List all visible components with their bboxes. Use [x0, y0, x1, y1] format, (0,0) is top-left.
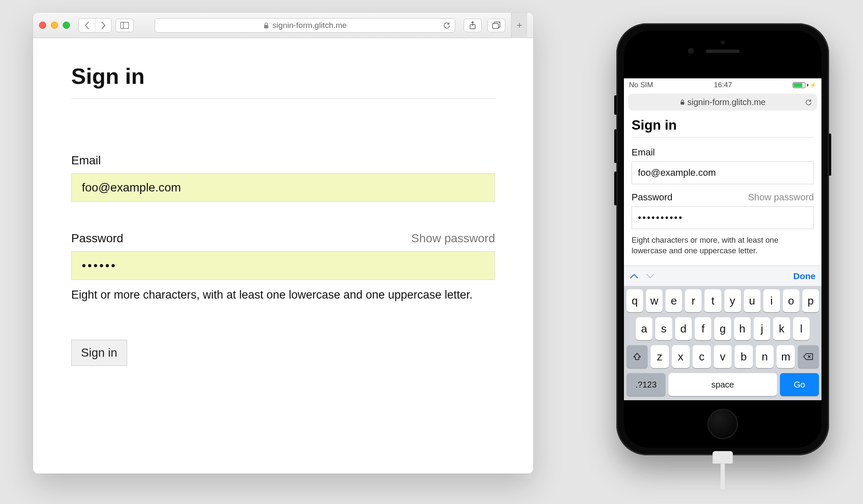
password-input[interactable]	[632, 206, 814, 229]
key-e[interactable]: e	[665, 289, 682, 312]
key-b[interactable]: b	[735, 345, 753, 368]
keyboard-row-3: zxcvbnm	[626, 345, 819, 368]
reload-icon[interactable]	[805, 99, 812, 106]
new-tab-button[interactable]: +	[511, 13, 527, 38]
sidebar-button[interactable]	[116, 19, 134, 32]
window-controls	[39, 22, 70, 29]
mobile-page-body: Sign in Email Password Show password Eig…	[624, 115, 821, 260]
key-w[interactable]: w	[646, 289, 663, 312]
proximity-sensor	[721, 40, 725, 44]
key-v[interactable]: v	[714, 345, 732, 368]
earpiece-speaker	[706, 50, 740, 53]
lock-icon	[263, 22, 269, 29]
key-i[interactable]: i	[763, 289, 780, 312]
zoom-window-button[interactable]	[63, 22, 70, 29]
iphone-body: No SIM 16:47 ⚡ signin-form.glitch.me S	[624, 31, 821, 448]
go-key[interactable]: Go	[780, 373, 819, 396]
password-label: Password	[71, 232, 123, 245]
email-label: Email	[632, 147, 655, 158]
iphone-screen: No SIM 16:47 ⚡ signin-form.glitch.me S	[624, 78, 821, 400]
key-u[interactable]: u	[744, 289, 760, 312]
key-c[interactable]: c	[693, 345, 711, 368]
svg-rect-0	[121, 22, 129, 28]
mute-switch	[614, 95, 617, 115]
forward-button[interactable]	[95, 19, 111, 32]
charging-icon: ⚡	[810, 82, 816, 88]
minimize-window-button[interactable]	[51, 22, 58, 29]
volume-down-button	[614, 172, 617, 205]
front-camera	[688, 48, 694, 54]
key-s[interactable]: s	[655, 317, 672, 340]
key-t[interactable]: t	[704, 289, 721, 312]
lock-icon	[680, 99, 685, 105]
keyboard-done-button[interactable]: Done	[793, 271, 816, 281]
key-j[interactable]: j	[754, 317, 770, 340]
toolbar-right	[464, 19, 505, 32]
key-m[interactable]: m	[777, 345, 795, 368]
mobile-address-bar[interactable]: signin-form.glitch.me	[628, 94, 817, 111]
svg-rect-6	[493, 23, 498, 28]
key-a[interactable]: a	[636, 317, 652, 340]
safari-window: signin-form.glitch.me + Sign in Email Pa	[33, 13, 533, 474]
url-text: signin-form.glitch.me	[273, 21, 347, 30]
key-r[interactable]: r	[685, 289, 702, 312]
keyboard-accessory-bar: Done	[624, 266, 821, 286]
ios-keyboard: qwertyuiop asdfghjkl zxcvbnm .?123 space…	[624, 286, 821, 400]
bottom-bezel	[624, 400, 821, 448]
key-n[interactable]: n	[756, 345, 774, 368]
key-y[interactable]: y	[724, 289, 741, 312]
reload-icon[interactable]	[443, 22, 451, 29]
show-password-toggle[interactable]: Show password	[411, 232, 495, 245]
page-body: Sign in Email Password Show password Eig…	[33, 38, 533, 474]
shift-key[interactable]	[626, 345, 648, 368]
key-h[interactable]: h	[734, 317, 751, 340]
page-title: Sign in	[71, 64, 495, 99]
address-bar[interactable]: signin-form.glitch.me	[155, 18, 455, 33]
svg-rect-7	[680, 102, 684, 105]
password-input[interactable]	[71, 251, 495, 280]
sign-in-button[interactable]: Sign in	[71, 340, 127, 366]
password-hint: Eight characters or more, with at least …	[632, 235, 814, 256]
email-label: Email	[71, 154, 101, 167]
page-title: Sign in	[632, 117, 814, 138]
key-f[interactable]: f	[695, 317, 711, 340]
close-window-button[interactable]	[39, 22, 46, 29]
email-input[interactable]	[71, 173, 495, 202]
carrier-text: No SIM	[629, 81, 653, 89]
show-password-toggle[interactable]: Show password	[748, 192, 814, 203]
numbers-key[interactable]: .?123	[626, 373, 665, 396]
mobile-url-text: signin-form.glitch.me	[688, 97, 766, 107]
battery-icon	[793, 82, 805, 88]
key-g[interactable]: g	[714, 317, 731, 340]
backspace-key[interactable]	[798, 345, 819, 368]
next-field-button[interactable]	[646, 273, 654, 279]
key-q[interactable]: q	[626, 289, 643, 312]
key-p[interactable]: p	[802, 289, 819, 312]
battery-indicator: ⚡	[793, 82, 816, 88]
key-k[interactable]: k	[773, 317, 790, 340]
key-o[interactable]: o	[783, 289, 799, 312]
nav-buttons	[78, 18, 111, 33]
lightning-cable	[713, 451, 733, 489]
space-key[interactable]: space	[668, 373, 777, 396]
back-button[interactable]	[79, 19, 95, 32]
password-field-block: Password Show password Eight or more cha…	[71, 232, 495, 302]
prev-field-button[interactable]	[630, 273, 638, 279]
password-label: Password	[632, 192, 673, 203]
home-button[interactable]	[707, 409, 738, 439]
share-button[interactable]	[464, 19, 482, 32]
iphone-device: No SIM 16:47 ⚡ signin-form.glitch.me S	[616, 23, 829, 455]
tabs-button[interactable]	[487, 19, 505, 32]
clock-text: 16:47	[714, 81, 732, 89]
key-z[interactable]: z	[651, 345, 669, 368]
key-l[interactable]: l	[793, 317, 810, 340]
email-field-block: Email	[632, 147, 814, 192]
keyboard-row-2: asdfghjkl	[626, 317, 819, 340]
password-hint: Eight or more characters, with at least …	[71, 288, 495, 302]
svg-rect-2	[264, 25, 268, 28]
email-input[interactable]	[632, 161, 814, 184]
keyboard-row-1: qwertyuiop	[626, 289, 819, 312]
power-button	[829, 133, 831, 176]
key-x[interactable]: x	[672, 345, 690, 368]
key-d[interactable]: d	[675, 317, 692, 340]
